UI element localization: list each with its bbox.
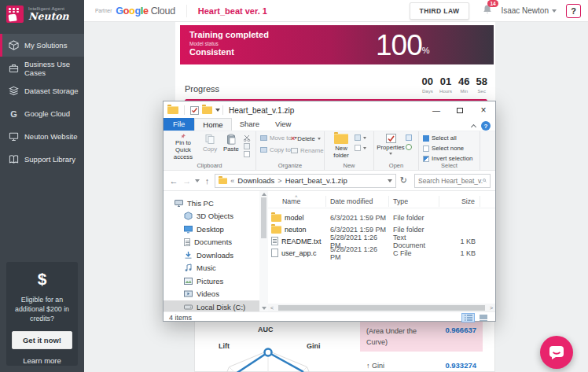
nav-this-pc[interactable]: This PC: [164, 197, 259, 210]
column-type[interactable]: Type: [389, 196, 439, 207]
column-name[interactable]: ˄Name: [268, 196, 326, 207]
properties-button[interactable]: Properties: [376, 131, 406, 161]
pin-to-quick-access-button[interactable]: Pin to Quick access: [167, 131, 200, 161]
sidebar-item-dataset-storage[interactable]: Dataset Storage: [0, 79, 84, 102]
new-folder-button[interactable]: New folder: [328, 131, 355, 161]
invert-selection-button[interactable]: Invert selection: [423, 155, 480, 162]
nav-videos[interactable]: Videos: [164, 288, 259, 301]
user-menu[interactable]: Isaac Newton: [501, 6, 549, 15]
edit-icon[interactable]: [406, 134, 412, 141]
header-divider: [186, 5, 187, 17]
get-it-now-button[interactable]: Get it now!: [12, 331, 72, 349]
sidebar-item-google-cloud[interactable]: G Google Cloud: [0, 102, 84, 125]
select-all-button[interactable]: Select all: [423, 134, 480, 142]
learn-more-link[interactable]: Learn more: [11, 356, 73, 365]
nav-documents[interactable]: Documents: [164, 236, 259, 249]
details-view-button[interactable]: [461, 313, 475, 322]
delete-button[interactable]: × Delete: [291, 134, 323, 142]
nav-local-disk-c[interactable]: Local Disk (C:): [164, 300, 259, 311]
history-icon[interactable]: [406, 144, 412, 150]
horizontal-scrollbar[interactable]: < >: [268, 304, 495, 311]
easy-access-button[interactable]: [355, 134, 366, 141]
minimize-ribbon-icon[interactable]: [471, 123, 476, 129]
sidebar-item-my-solutions[interactable]: My Solutions: [0, 34, 84, 57]
downloads-icon: [184, 251, 193, 260]
address-dropdown-icon[interactable]: [388, 179, 392, 182]
select-none-icon: [423, 145, 429, 152]
invert-selection-icon: [423, 156, 429, 162]
search-icon[interactable]: [483, 177, 487, 184]
nav-desktop[interactable]: Desktop: [164, 223, 259, 236]
nav-downloads[interactable]: Downloads: [164, 249, 259, 262]
quick-access-check-icon[interactable]: [190, 106, 199, 115]
chevron-down-icon[interactable]: [552, 9, 557, 13]
sidebar-item-neuton-website[interactable]: Neuton Website: [0, 125, 84, 148]
explorer-help-icon[interactable]: ?: [481, 121, 491, 131]
hscroll-thumb[interactable]: [278, 305, 485, 311]
column-size[interactable]: Size: [439, 196, 480, 207]
nav-scrollbar[interactable]: [259, 191, 268, 311]
select-none-button[interactable]: Select none: [423, 145, 480, 152]
paste-button[interactable]: Paste: [220, 131, 242, 161]
training-timer: 00Days 01Hours 46Min 58Sec: [422, 74, 487, 94]
banner-title: Training completed: [189, 30, 312, 39]
3d-objects-icon: [184, 212, 193, 220]
search-input[interactable]: [418, 177, 483, 185]
minimize-button[interactable]: —: [424, 101, 448, 119]
qat-customize-icon[interactable]: [215, 109, 220, 112]
notifications-button[interactable]: 14: [482, 4, 493, 18]
address-box[interactable]: « Downloads > Heart_beat_v.1.zip: [215, 174, 395, 188]
recent-locations-icon[interactable]: [195, 179, 200, 182]
scroll-right-icon[interactable]: >: [487, 305, 495, 311]
sidebar-item-support-library[interactable]: Support Library: [0, 148, 84, 171]
column-headers: ˄Name Date modified Type Size: [268, 194, 495, 208]
file-row-model[interactable]: model 6/3/2021 1:59 PM File folder: [268, 212, 495, 223]
third-law-button[interactable]: THIRD LAW: [410, 2, 470, 20]
breadcrumb-current[interactable]: Heart_beat_v.1.zip: [285, 176, 347, 185]
folder-icon: [271, 226, 281, 234]
documents-icon: [184, 238, 190, 246]
up-button[interactable]: ↑: [202, 176, 213, 186]
scroll-left-icon[interactable]: <: [268, 305, 276, 311]
copy-path-icon[interactable]: [244, 143, 250, 149]
tab-share[interactable]: Share: [232, 118, 267, 131]
tab-file[interactable]: File: [164, 118, 194, 131]
text-file-icon: [271, 237, 278, 245]
scroll-up-icon[interactable]: [262, 193, 266, 196]
ribbon-tabs: File Home Share View ?: [164, 119, 495, 131]
folder-properties-icon[interactable]: [202, 106, 212, 114]
nav-music[interactable]: Music: [164, 262, 259, 275]
column-date-modified[interactable]: Date modified: [326, 196, 389, 207]
forward-button[interactable]: →: [182, 176, 193, 186]
explorer-body: This PC 3D Objects Desktop Documents Dow…: [164, 191, 495, 311]
breadcrumb-downloads[interactable]: Downloads: [237, 176, 274, 185]
videos-icon: [184, 289, 193, 298]
close-button[interactable]: ×: [472, 101, 495, 119]
back-button[interactable]: ←: [168, 176, 179, 186]
nav-3d-objects[interactable]: 3D Objects: [164, 210, 259, 223]
rename-icon: [291, 148, 298, 153]
rename-button[interactable]: Rename: [291, 147, 323, 154]
progress-label: Progress: [185, 84, 422, 94]
copy-button[interactable]: Copy: [200, 131, 220, 161]
window-titlebar[interactable]: Heart_beat_v.1.zip — ×: [164, 101, 495, 119]
nav-pictures[interactable]: Pictures: [164, 274, 259, 288]
refresh-icon[interactable]: ↻: [400, 175, 407, 186]
google-cloud-logo: GoogleCloud: [116, 6, 175, 17]
disk-icon: [184, 303, 193, 311]
scroll-thumb[interactable]: [261, 197, 266, 238]
paste-shortcut-icon[interactable]: [244, 151, 250, 157]
maximize-button[interactable]: [448, 101, 472, 119]
tab-home[interactable]: Home: [194, 118, 231, 131]
help-button[interactable]: ?: [566, 4, 581, 18]
neuton-logo[interactable]: Intelligent Agent Neuton: [0, 0, 84, 28]
file-row-user-app[interactable]: user_app.c 5/28/2021 1:26 PM C File 1 KB: [268, 247, 495, 259]
tab-view[interactable]: View: [267, 118, 299, 131]
sidebar-item-business-use-cases[interactable]: Business Use Cases: [0, 57, 84, 79]
chat-button[interactable]: [540, 336, 573, 369]
scroll-down-icon[interactable]: [262, 307, 266, 310]
metric-label: ↑ Gini: [366, 362, 384, 370]
cut-icon[interactable]: [244, 134, 252, 142]
thumbnail-view-button[interactable]: [476, 313, 490, 322]
new-item-button[interactable]: [355, 145, 366, 151]
